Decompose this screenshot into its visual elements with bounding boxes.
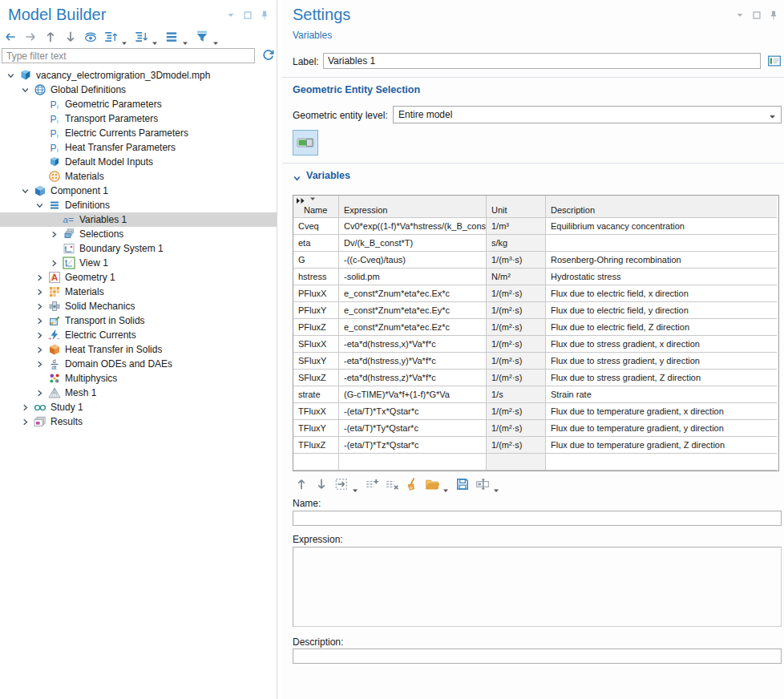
collapse-icon[interactable]	[134, 30, 148, 44]
cell-description[interactable]: Flux due to stress gradient, x direction	[546, 336, 777, 353]
collapse-panel-icon[interactable]	[225, 10, 236, 21]
node-text-icon[interactable]	[164, 30, 179, 44]
tree-item-geometric-parameters[interactable]: PiGeometric Parameters	[0, 97, 277, 111]
dropdown-caret-icon[interactable]	[152, 35, 158, 42]
cell-unit[interactable]: 1/m³	[487, 218, 546, 235]
chevron-right-icon[interactable]	[50, 229, 63, 239]
name-input[interactable]	[293, 511, 782, 526]
chevron-down-icon[interactable]	[35, 200, 48, 210]
cell-expression[interactable]: e_const*Znum*eta*ec.Ex*c	[339, 285, 487, 302]
tree-item-transport-in-solids[interactable]: Transport in Solids	[0, 313, 277, 328]
chevron-right-icon[interactable]	[21, 417, 34, 426]
save-file-icon[interactable]	[455, 477, 470, 491]
cell-description[interactable]: Equilibrium vacancy concentration	[546, 218, 777, 235]
delete-icon[interactable]	[385, 477, 399, 491]
dropdown-caret-icon[interactable]	[182, 35, 188, 42]
chevron-right-icon[interactable]	[21, 402, 34, 412]
tree-item-view-1[interactable]: View 1	[0, 256, 277, 270]
cell-name[interactable]: strate	[293, 386, 339, 403]
cell-expression[interactable]: Dv/(k_B_const*T)	[339, 235, 487, 252]
clear-table-icon[interactable]	[405, 477, 419, 491]
tree-item-vacancy-electromigration-3dmodel-mph[interactable]: vacancy_electromigration_3Dmodel.mph	[0, 68, 277, 83]
tree-item-results[interactable]: Results	[0, 414, 277, 429]
cell-name[interactable]: G	[293, 252, 339, 269]
cell-name[interactable]: TFluxY	[293, 420, 339, 437]
cell-expression[interactable]	[339, 454, 487, 471]
move-down-icon[interactable]	[314, 477, 329, 491]
float-panel-icon[interactable]	[242, 10, 253, 21]
cell-expression[interactable]: -eta*d(hstress,x)*Va*f*c	[339, 336, 487, 353]
cell-description[interactable]: Hydrostatic stress	[546, 269, 777, 285]
chevron-right-icon[interactable]	[35, 301, 48, 311]
tree-item-multiphysics[interactable]: Multiphysics	[0, 371, 277, 386]
tree-item-definitions[interactable]: Definitions	[0, 198, 277, 212]
add-icon[interactable]	[365, 477, 379, 491]
cell-name[interactable]: PFluxY	[293, 302, 339, 319]
cell-unit[interactable]	[487, 454, 546, 471]
tree-item-domain-odes-and-daes[interactable]: ddtDomain ODEs and DAEs	[0, 357, 277, 371]
tree-item-global-definitions[interactable]: Global Definitions	[0, 83, 277, 97]
cell-unit[interactable]: 1/(m²·s)	[487, 336, 546, 353]
column-header-expression[interactable]: Expression	[339, 196, 487, 218]
cell-unit[interactable]: 1/(m²·s)	[487, 319, 546, 336]
cell-name[interactable]: SFluxY	[293, 353, 339, 370]
cell-description[interactable]: Rosenberg-Ohring recombination	[546, 252, 777, 269]
cell-name[interactable]: eta	[293, 235, 339, 252]
cell-description[interactable]: Flux due to electric field, y direction	[546, 302, 777, 319]
expression-input[interactable]	[293, 547, 782, 627]
chevron-right-icon[interactable]	[35, 359, 48, 369]
tree-item-materials[interactable]: Materials	[0, 285, 277, 299]
cell-expression[interactable]: (G-cTIME)*Va*f+(1-f)*G*Va	[339, 386, 487, 403]
cell-description[interactable]: Flux due to stress gradient, Z direction	[546, 370, 777, 386]
cell-expression[interactable]: e_const*Znum*eta*ec.Ey*c	[339, 302, 487, 319]
description-input[interactable]	[293, 648, 782, 664]
chevron-down-icon[interactable]	[6, 71, 19, 80]
move-up-icon[interactable]	[294, 477, 309, 491]
cell-unit[interactable]: 1/(m²·s)	[487, 420, 546, 437]
cell-description[interactable]: Flux due to temperature gradient, y dire…	[546, 420, 777, 437]
pin-panel-icon[interactable]	[259, 10, 270, 21]
cell-name[interactable]: PFluxZ	[293, 319, 339, 336]
cell-description[interactable]: Flux due to temperature gradient, x dire…	[546, 403, 777, 420]
chevron-right-icon[interactable]	[35, 287, 48, 297]
cell-unit[interactable]: 1/(m²·s)	[487, 437, 546, 454]
geometric-entity-level-select[interactable]: Entire model	[393, 106, 782, 123]
chevron-right-icon[interactable]	[35, 345, 48, 354]
tree-item-electric-currents[interactable]: +−Electric Currents	[0, 328, 277, 342]
cell-unit[interactable]: 1/(m²·s)	[487, 285, 546, 302]
forward-icon[interactable]	[23, 30, 38, 44]
cell-expression[interactable]: e_const*Znum*eta*ec.Ez*c	[339, 319, 487, 336]
tree-item-study-1[interactable]: Study 1	[0, 400, 277, 414]
cell-name[interactable]: hstress	[293, 269, 339, 285]
tree-item-component-1[interactable]: Component 1	[0, 184, 277, 198]
tree-item-boundary-system-1[interactable]: Boundary System 1	[0, 241, 277, 256]
cell-unit[interactable]: s/kg	[487, 235, 546, 252]
tree-item-transport-parameters[interactable]: PiTransport Parameters	[0, 111, 277, 126]
cell-unit[interactable]: 1/(m²·s)	[487, 302, 546, 319]
dropdown-caret-icon[interactable]	[443, 483, 449, 489]
expand-icon[interactable]	[103, 30, 118, 44]
variables-section-header[interactable]: Variables	[293, 170, 350, 181]
cell-unit[interactable]: N/m²	[487, 269, 546, 285]
tree-item-materials[interactable]: Materials	[0, 169, 277, 184]
tree-item-heat-transfer-in-solids[interactable]: Heat Transfer in Solids	[0, 342, 277, 357]
filter-input[interactable]	[2, 48, 255, 63]
chevron-right-icon[interactable]	[35, 316, 48, 325]
sort-arrows-icon[interactable]	[296, 197, 316, 204]
cell-name[interactable]: TFluxX	[293, 403, 339, 420]
collapse-panel-icon[interactable]	[734, 10, 746, 21]
rename-icon[interactable]	[767, 54, 782, 68]
cell-expression[interactable]: -eta*d(hstress,z)*Va*f*c	[339, 370, 487, 386]
move-down-icon[interactable]	[63, 30, 78, 44]
move-to-icon[interactable]	[334, 477, 349, 491]
tree-item-solid-mechanics[interactable]: Solid Mechanics	[0, 299, 277, 313]
tree-item-variables-1[interactable]: a=Variables 1	[0, 212, 277, 227]
cell-description[interactable]: Flux due to stress gradient, y direction	[546, 353, 777, 370]
chevron-right-icon[interactable]	[35, 388, 48, 398]
cell-description[interactable]: Flux due to electric field, x direction	[546, 285, 777, 302]
refresh-icon[interactable]	[261, 48, 275, 62]
chevron-right-icon[interactable]	[50, 258, 63, 268]
chevron-right-icon[interactable]	[35, 273, 48, 282]
chevron-down-icon[interactable]	[21, 85, 34, 95]
dropdown-caret-icon[interactable]	[121, 35, 127, 42]
